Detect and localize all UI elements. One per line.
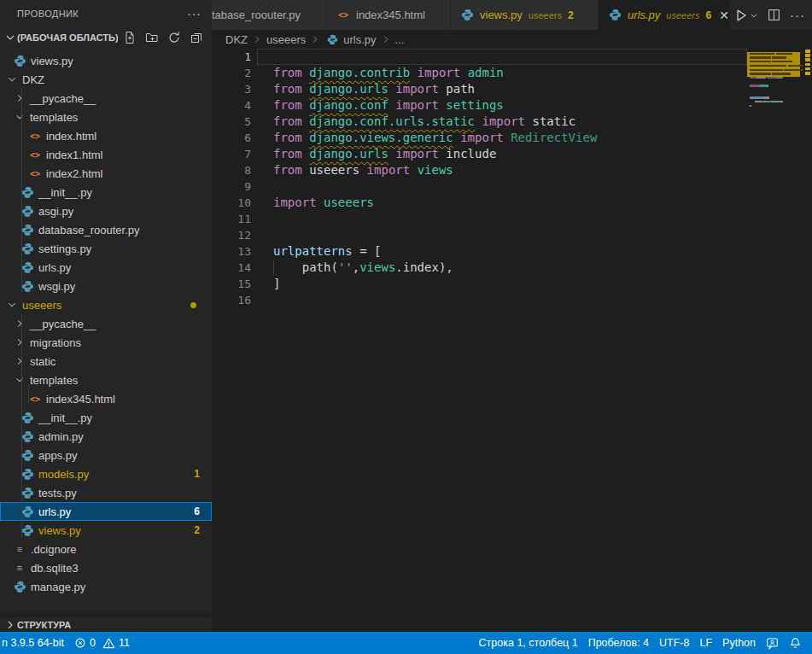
line-number[interactable]: 6	[212, 130, 265, 146]
tree-item-asgi.py[interactable]: asgi.py	[0, 201, 212, 220]
split-editor-icon[interactable]	[764, 5, 784, 26]
tree-item-.dcignore[interactable]: ≡.dcignore	[0, 540, 212, 558]
editor-indent-guide	[273, 260, 274, 275]
code-line-3[interactable]: 3from django.urls import path	[212, 81, 747, 97]
code-line-2[interactable]: 2from django.contrib import admin	[212, 65, 747, 81]
overview-ruler-scrollbar[interactable]	[803, 49, 812, 632]
notifications-bell-icon[interactable]	[784, 632, 807, 654]
code-line-16[interactable]: 16	[212, 292, 747, 308]
line-number[interactable]: 3	[212, 81, 265, 97]
code-line-14[interactable]: 14 path('',views.index),	[212, 260, 747, 276]
code-line-7[interactable]: 7from django.urls import include	[212, 146, 747, 162]
code-line-6[interactable]: 6from django.views.generic import Redire…	[212, 130, 747, 146]
problems-segment[interactable]: 0 11	[69, 632, 135, 654]
line-number[interactable]: 13	[212, 243, 265, 260]
code-line-11[interactable]: 11	[212, 211, 747, 227]
python-interpreter-segment[interactable]: n 3.9.5 64-bit	[0, 632, 69, 654]
code-line-10[interactable]: 10import useeers	[212, 195, 747, 211]
tab-views.py[interactable]: views.pyuseeers2	[451, 0, 599, 30]
breadcrumb-item-urls.py[interactable]: urls.py	[324, 33, 376, 46]
outline-section-header[interactable]: СТРУКТУРА	[0, 616, 212, 632]
close-icon[interactable]: ✕	[719, 8, 729, 23]
line-number[interactable]: 12	[212, 227, 265, 243]
line-number[interactable]: 2	[212, 65, 265, 81]
minimap[interactable]	[747, 49, 803, 632]
minimap-line	[750, 69, 803, 71]
tree-item-templates[interactable]: templates	[0, 108, 212, 126]
tree-item-models.py[interactable]: models.py1	[0, 464, 212, 483]
tree-item-__pycache__[interactable]: __pycache__	[0, 89, 212, 108]
code-line-8[interactable]: 8from useeers import views	[212, 162, 747, 178]
explorer-more-actions-icon[interactable]: ···	[187, 7, 202, 20]
indentation-segment[interactable]: Пробелов: 4	[583, 632, 654, 654]
tree-item-views.py[interactable]: views.py2	[0, 521, 212, 540]
tree-item-index.html[interactable]: <>index.html	[0, 126, 212, 145]
line-number[interactable]: 11	[212, 211, 265, 227]
tab-urls.py[interactable]: urls.pyuseeers6✕	[599, 0, 731, 30]
run-python-file-button[interactable]	[731, 5, 761, 26]
new-file-icon[interactable]	[121, 29, 138, 46]
tree-item-__init__.py[interactable]: __init__.py	[0, 183, 212, 201]
tree-item-label: apps.py	[38, 449, 78, 462]
tree-item-urls.py[interactable]: urls.py	[0, 258, 212, 277]
tree-item-templates[interactable]: templates	[0, 371, 212, 389]
code-line-5[interactable]: 5from django.conf.urls.static import sta…	[212, 114, 747, 130]
tree-item-apps.py[interactable]: apps.py	[0, 446, 212, 464]
language-mode-segment[interactable]: Python	[717, 632, 761, 654]
tab-index345.html[interactable]: <>index345.html	[327, 0, 451, 30]
code-line-9[interactable]: 9	[212, 178, 747, 195]
workspace-section-header[interactable]: (РАБОЧАЯ ОБЛАСТЬ) ...	[0, 27, 212, 48]
tree-item-admin.py[interactable]: admin.py	[0, 427, 212, 446]
more-actions-icon[interactable]: ···	[787, 5, 808, 26]
tree-item-manage.py[interactable]: manage.py	[0, 577, 212, 596]
line-number[interactable]: 16	[212, 292, 265, 308]
explorer-sidebar: ПРОВОДНИК ··· (РАБОЧАЯ ОБЛАСТЬ) ... view…	[0, 0, 212, 632]
tree-item-__init__.py[interactable]: __init__.py	[0, 408, 212, 427]
chevron-right-icon	[13, 355, 26, 367]
code-line-13[interactable]: 13urlpatterns = [	[212, 243, 747, 260]
tree-item-database_roouter.py[interactable]: database_roouter.py	[0, 220, 212, 239]
tree-item-urls.py[interactable]: urls.py6	[0, 502, 212, 521]
collapse-all-icon[interactable]	[188, 29, 205, 46]
chevron-down-icon	[13, 111, 26, 123]
line-number[interactable]: 15	[212, 276, 265, 292]
line-number[interactable]: 8	[212, 162, 265, 178]
tree-item-__pycache__[interactable]: __pycache__	[0, 314, 212, 333]
line-number[interactable]: 1	[212, 49, 265, 65]
tree-item-index1.html[interactable]: <>index1.html	[0, 145, 212, 164]
encoding-segment[interactable]: UTF-8	[654, 632, 694, 654]
refresh-icon[interactable]	[166, 29, 183, 46]
tree-item-index2.html[interactable]: <>index2.html	[0, 164, 212, 183]
tree-item-static[interactable]: static	[0, 352, 212, 371]
tree-item-DKZ[interactable]: DKZ	[0, 70, 212, 89]
tree-item-settings.py[interactable]: settings.py	[0, 239, 212, 258]
tree-item-tests.py[interactable]: tests.py	[0, 483, 212, 502]
line-number[interactable]: 10	[212, 195, 265, 211]
tab-bar: tabase_roouter.py<>index345.htmlviews.py…	[212, 0, 812, 30]
line-number[interactable]: 14	[212, 260, 265, 276]
config-file-icon: ≡	[12, 545, 27, 553]
line-number[interactable]: 5	[212, 114, 265, 130]
code-editor[interactable]: 12from django.contrib import admin3from …	[212, 49, 747, 632]
code-line-1[interactable]: 1	[212, 49, 747, 65]
code-line-15[interactable]: 15]	[212, 276, 747, 292]
tree-item-migrations[interactable]: migrations	[0, 333, 212, 352]
tree-item-useeers[interactable]: useeers	[0, 295, 212, 314]
feedback-icon[interactable]	[761, 632, 784, 654]
line-number[interactable]: 7	[212, 146, 265, 162]
tree-item-wsgi.py[interactable]: wsgi.py	[0, 277, 212, 295]
new-folder-icon[interactable]	[143, 29, 161, 46]
tree-item-index345.html[interactable]: <>index345.html	[0, 389, 212, 408]
breadcrumb-item-DKZ[interactable]: DKZ	[225, 33, 248, 46]
breadcrumb-item-...[interactable]: ...	[395, 33, 405, 46]
tree-item-views.py[interactable]: views.py	[0, 51, 212, 70]
code-line-4[interactable]: 4from django.conf import settings	[212, 97, 747, 114]
line-number[interactable]: 4	[212, 97, 265, 114]
code-line-12[interactable]: 12	[212, 227, 747, 243]
cursor-position-segment[interactable]: Строка 1, столбец 1	[474, 632, 583, 654]
breadcrumb-item-useeers[interactable]: useeers	[266, 33, 306, 46]
tab-tabase_roouter.py[interactable]: tabase_roouter.py	[212, 0, 327, 30]
eol-segment[interactable]: LF	[694, 632, 717, 654]
line-number[interactable]: 9	[212, 178, 265, 195]
tree-item-db.sqlite3[interactable]: ≡db.sqlite3	[0, 558, 212, 577]
